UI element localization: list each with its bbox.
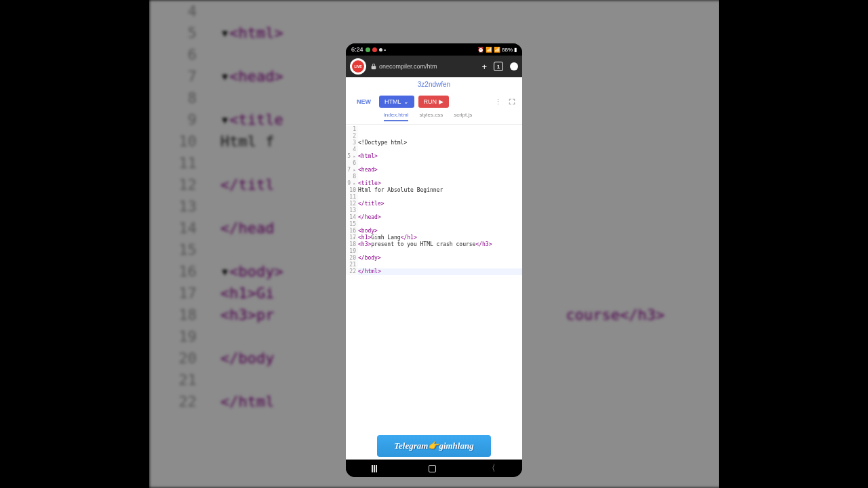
tab-script-js[interactable]: script.js [454,112,472,121]
live-icon: LIVE [352,60,364,73]
status-bar: 6:24 • ⏰ 📶 📶 88% ▮ [346,43,522,56]
nav-recents-button[interactable] [372,465,377,472]
file-id: 3z2ndwfen [346,77,522,92]
file-tabs: index.html styles.css script.js [346,112,522,125]
url-bar[interactable]: onecompiler.com/htm [370,63,477,70]
code-line: </html> [358,268,381,274]
status-left: 6:24 • [351,46,386,53]
status-more-icon: • [384,47,386,52]
code-line: </title> [358,201,384,207]
chevron-down-icon: ⌄ [403,98,409,105]
nav-back-button[interactable]: 〈 [488,462,495,474]
code-line: <h1> [358,235,371,241]
code-line: <body> [358,228,378,234]
fullscreen-button[interactable] [509,98,515,105]
code-line: <!Doctype html> [358,140,407,146]
android-nav-bar: 〈 [346,460,522,477]
line-numbers: 12345▸67▸89▸10111213141516▸171819202122 [346,126,358,275]
new-tab-icon[interactable]: + [481,62,487,72]
code-line: <head> [358,167,378,173]
code-line: <html> [358,153,378,159]
letterbox-left [0,0,149,488]
language-label: HTML [384,98,401,105]
editor-toolbar: NEW HTML ⌄ RUN ▶ ⋮ [346,92,522,112]
tab-index-html[interactable]: index.html [384,112,408,121]
status-right: ⏰ 📶 📶 88% ▮ [477,47,517,53]
live-badge[interactable]: LIVE [350,58,366,75]
code-body[interactable]: <!Doctype html> <html> <head> <title> Ht… [358,126,522,275]
status-dot-icon [379,48,382,52]
code-editor[interactable]: 12345▸67▸89▸10111213141516▸171819202122 … [346,125,522,275]
letterbox-right [719,0,868,488]
browser-bar: LIVE onecompiler.com/htm + 1 [346,56,522,77]
battery-text: 88% [502,47,513,53]
status-dot-icon [372,47,377,52]
status-time: 6:24 [351,46,363,53]
tab-styles-css[interactable]: styles.css [419,112,443,121]
tab-count-icon[interactable]: 1 [494,62,503,71]
wifi-icon: 📶 [486,47,492,53]
battery-icon: ▮ [514,47,517,53]
page-content: 3z2ndwfen NEW HTML ⌄ RUN ▶ ⋮ index.html … [346,77,522,460]
code-line: <h3> [358,241,371,247]
more-options-button[interactable]: ⋮ [492,98,505,106]
code-line: </body> [358,255,381,261]
language-dropdown[interactable]: HTML ⌄ [379,96,414,108]
code-line: </head> [358,214,381,220]
lock-icon [370,63,377,70]
signal-icon: 📶 [494,47,500,53]
profile-icon[interactable] [510,62,518,70]
play-icon: ▶ [439,98,443,105]
expand-icon [509,98,515,105]
alarm-icon: ⏰ [477,47,484,53]
phone-frame: 6:24 • ⏰ 📶 📶 88% ▮ LIVE onecompiler.com/… [346,43,522,477]
url-text: onecompiler.com/htm [379,63,437,70]
new-button[interactable]: NEW [353,96,375,108]
status-dot-icon [366,47,370,52]
telegram-banner[interactable]: Telegram👉gimhlang [377,435,491,457]
code-line: <title> [358,180,381,186]
run-button[interactable]: RUN ▶ [418,96,450,108]
code-line: Html for Absolute Beginner [358,187,443,193]
run-label: RUN [424,98,437,105]
nav-home-button[interactable] [429,465,436,472]
